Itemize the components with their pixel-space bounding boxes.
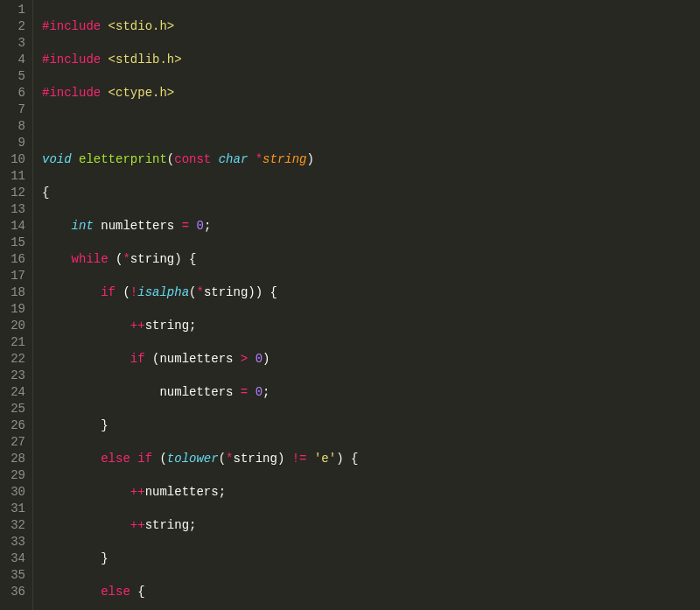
line-number: 12 (9, 185, 25, 201)
line-number: 16 (9, 251, 25, 268)
line-number: 15 (9, 235, 25, 251)
line-number: 19 (9, 301, 25, 318)
line-number: 32 (9, 517, 25, 534)
line-number: 5 (9, 68, 25, 85)
line-number: 27 (9, 434, 25, 451)
code-area[interactable]: #include <stdio.h> #include <stdlib.h> #… (33, 0, 700, 610)
line-number: 4 (9, 52, 25, 68)
line-number: 26 (9, 417, 25, 434)
line-number: 23 (9, 368, 25, 384)
line-number: 30 (9, 484, 25, 501)
line-number: 20 (9, 318, 25, 334)
line-number: 21 (9, 334, 25, 351)
line-number: 14 (9, 218, 25, 235)
code-line[interactable]: { (42, 185, 700, 201)
code-line[interactable]: #include <stdlib.h> (42, 52, 700, 68)
code-line[interactable]: else { (42, 584, 700, 600)
line-number: 13 (9, 201, 25, 218)
line-number: 9 (9, 135, 25, 151)
line-number: 33 (9, 534, 25, 550)
code-line[interactable]: #include <ctype.h> (42, 85, 700, 102)
code-line[interactable]: ++string; (42, 318, 700, 334)
line-number: 6 (9, 85, 25, 102)
code-line[interactable]: while (*string) { (42, 251, 700, 268)
code-line[interactable]: int numletters = 0; (42, 218, 700, 235)
code-line[interactable]: void eletterprint(const char *string) (42, 151, 700, 168)
line-number: 18 (9, 284, 25, 301)
line-number: 29 (9, 467, 25, 484)
code-line[interactable] (42, 118, 700, 135)
code-line[interactable]: if (!isalpha(*string)) { (42, 284, 700, 301)
code-line[interactable]: #include <stdio.h> (42, 18, 700, 35)
line-number: 1 (9, 2, 25, 18)
line-number: 8 (9, 118, 25, 135)
code-line[interactable]: numletters = 0; (42, 384, 700, 401)
line-number: 28 (9, 451, 25, 467)
line-number: 11 (9, 168, 25, 185)
code-line[interactable]: } (42, 417, 700, 434)
code-line[interactable]: ++string; (42, 517, 700, 534)
line-number: 22 (9, 351, 25, 368)
code-line[interactable]: } (42, 550, 700, 567)
line-number: 34 (9, 550, 25, 567)
code-line[interactable]: ++numletters; (42, 484, 700, 501)
line-number-gutter: 1 2 3 4 5 6 7 8 9 10 11 12 13 14 15 16 1… (0, 0, 33, 610)
line-number: 10 (9, 151, 25, 168)
line-number: 35 (9, 567, 25, 584)
code-line[interactable]: if (numletters > 0) (42, 351, 700, 368)
line-number: 17 (9, 268, 25, 284)
code-editor[interactable]: 1 2 3 4 5 6 7 8 9 10 11 12 13 14 15 16 1… (0, 0, 700, 610)
line-number: 36 (9, 584, 25, 600)
line-number: 31 (9, 501, 25, 517)
code-line[interactable]: else if (tolower(*string) != 'e') { (42, 451, 700, 467)
line-number: 25 (9, 401, 25, 417)
line-number: 3 (9, 35, 25, 52)
line-number: 7 (9, 102, 25, 118)
line-number: 2 (9, 18, 25, 35)
line-number: 24 (9, 384, 25, 401)
